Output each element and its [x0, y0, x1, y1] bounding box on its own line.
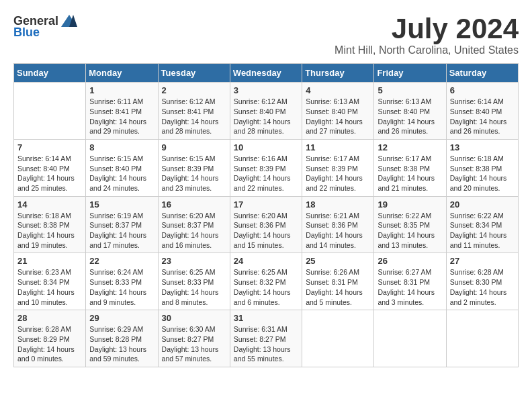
day-number: 3 [234, 85, 298, 95]
calendar-cell: 29Sunrise: 6:29 AM Sunset: 8:28 PM Dayli… [86, 310, 158, 367]
calendar-cell: 18Sunrise: 6:21 AM Sunset: 8:36 PM Dayli… [302, 196, 374, 253]
calendar-cell: 7Sunrise: 6:14 AM Sunset: 8:40 PM Daylig… [14, 139, 86, 196]
day-number: 8 [89, 142, 154, 152]
day-info: Sunrise: 6:20 AM Sunset: 8:37 PM Dayligh… [162, 211, 226, 250]
day-number: 2 [162, 85, 226, 95]
logo-icon [60, 13, 79, 28]
calendar-cell [14, 83, 86, 140]
calendar-week-row: 21Sunrise: 6:23 AM Sunset: 8:34 PM Dayli… [14, 253, 519, 310]
title-area: July 2024 Mint Hill, North Carolina, Uni… [335, 13, 519, 56]
day-info: Sunrise: 6:30 AM Sunset: 8:27 PM Dayligh… [162, 324, 226, 364]
header-tuesday: Tuesday [158, 64, 230, 83]
calendar-header-row: SundayMondayTuesdayWednesdayThursdayFrid… [14, 64, 519, 83]
day-number: 5 [378, 85, 442, 95]
day-number: 11 [306, 142, 370, 152]
day-number: 18 [306, 199, 370, 210]
calendar-cell: 28Sunrise: 6:28 AM Sunset: 8:29 PM Dayli… [14, 310, 86, 367]
day-info: Sunrise: 6:11 AM Sunset: 8:41 PM Dayligh… [89, 97, 154, 136]
day-number: 21 [17, 256, 82, 266]
calendar-week-row: 28Sunrise: 6:28 AM Sunset: 8:29 PM Dayli… [14, 310, 519, 367]
calendar-cell: 14Sunrise: 6:18 AM Sunset: 8:38 PM Dayli… [14, 196, 86, 253]
day-info: Sunrise: 6:17 AM Sunset: 8:38 PM Dayligh… [378, 154, 442, 193]
day-info: Sunrise: 6:28 AM Sunset: 8:30 PM Dayligh… [450, 267, 515, 307]
day-info: Sunrise: 6:28 AM Sunset: 8:29 PM Dayligh… [17, 324, 82, 364]
day-number: 10 [234, 142, 298, 152]
day-info: Sunrise: 6:25 AM Sunset: 8:33 PM Dayligh… [162, 267, 226, 307]
header-friday: Friday [374, 64, 446, 83]
header-thursday: Thursday [302, 64, 374, 83]
day-info: Sunrise: 6:26 AM Sunset: 8:31 PM Dayligh… [306, 267, 370, 307]
calendar-cell: 11Sunrise: 6:17 AM Sunset: 8:39 PM Dayli… [302, 139, 374, 196]
calendar-cell: 3Sunrise: 6:12 AM Sunset: 8:40 PM Daylig… [230, 83, 302, 140]
day-number: 26 [378, 256, 442, 266]
day-number: 17 [234, 199, 298, 210]
day-info: Sunrise: 6:22 AM Sunset: 8:35 PM Dayligh… [378, 211, 442, 250]
calendar-cell: 17Sunrise: 6:20 AM Sunset: 8:36 PM Dayli… [230, 196, 302, 253]
day-info: Sunrise: 6:13 AM Sunset: 8:40 PM Dayligh… [378, 97, 442, 136]
calendar-week-row: 1Sunrise: 6:11 AM Sunset: 8:41 PM Daylig… [14, 83, 519, 140]
day-info: Sunrise: 6:15 AM Sunset: 8:40 PM Dayligh… [89, 154, 154, 193]
day-number: 25 [306, 256, 370, 266]
calendar-cell: 27Sunrise: 6:28 AM Sunset: 8:30 PM Dayli… [446, 253, 518, 310]
calendar-cell: 19Sunrise: 6:22 AM Sunset: 8:35 PM Dayli… [374, 196, 446, 253]
calendar-cell: 24Sunrise: 6:25 AM Sunset: 8:32 PM Dayli… [230, 253, 302, 310]
calendar-cell: 4Sunrise: 6:13 AM Sunset: 8:40 PM Daylig… [302, 83, 374, 140]
calendar-cell: 30Sunrise: 6:30 AM Sunset: 8:27 PM Dayli… [158, 310, 230, 367]
logo: General Blue [13, 13, 79, 40]
day-number: 14 [17, 199, 82, 210]
header-saturday: Saturday [446, 64, 518, 83]
calendar-cell: 22Sunrise: 6:24 AM Sunset: 8:33 PM Dayli… [86, 253, 158, 310]
calendar-cell [446, 310, 518, 367]
day-info: Sunrise: 6:29 AM Sunset: 8:28 PM Dayligh… [89, 324, 154, 364]
calendar-cell: 9Sunrise: 6:15 AM Sunset: 8:39 PM Daylig… [158, 139, 230, 196]
calendar-cell: 10Sunrise: 6:16 AM Sunset: 8:39 PM Dayli… [230, 139, 302, 196]
day-info: Sunrise: 6:22 AM Sunset: 8:34 PM Dayligh… [450, 211, 515, 250]
header-wednesday: Wednesday [230, 64, 302, 83]
day-number: 6 [450, 85, 515, 95]
day-number: 20 [450, 199, 515, 210]
calendar-cell: 23Sunrise: 6:25 AM Sunset: 8:33 PM Dayli… [158, 253, 230, 310]
header-sunday: Sunday [14, 64, 86, 83]
day-number: 15 [89, 199, 154, 210]
calendar-cell: 6Sunrise: 6:14 AM Sunset: 8:40 PM Daylig… [446, 83, 518, 140]
day-info: Sunrise: 6:19 AM Sunset: 8:37 PM Dayligh… [89, 211, 154, 250]
day-number: 1 [89, 85, 154, 95]
day-info: Sunrise: 6:27 AM Sunset: 8:31 PM Dayligh… [378, 267, 442, 307]
calendar-cell: 12Sunrise: 6:17 AM Sunset: 8:38 PM Dayli… [374, 139, 446, 196]
day-number: 22 [89, 256, 154, 266]
calendar-week-row: 7Sunrise: 6:14 AM Sunset: 8:40 PM Daylig… [14, 139, 519, 196]
calendar-cell: 21Sunrise: 6:23 AM Sunset: 8:34 PM Dayli… [14, 253, 86, 310]
day-info: Sunrise: 6:14 AM Sunset: 8:40 PM Dayligh… [17, 154, 82, 193]
calendar-cell: 2Sunrise: 6:12 AM Sunset: 8:41 PM Daylig… [158, 83, 230, 140]
day-info: Sunrise: 6:31 AM Sunset: 8:27 PM Dayligh… [234, 324, 298, 364]
day-info: Sunrise: 6:18 AM Sunset: 8:38 PM Dayligh… [17, 211, 82, 250]
day-number: 29 [89, 313, 154, 323]
day-number: 19 [378, 199, 442, 210]
calendar-cell: 20Sunrise: 6:22 AM Sunset: 8:34 PM Dayli… [446, 196, 518, 253]
day-info: Sunrise: 6:12 AM Sunset: 8:41 PM Dayligh… [162, 97, 226, 136]
day-info: Sunrise: 6:12 AM Sunset: 8:40 PM Dayligh… [234, 97, 298, 136]
day-number: 24 [234, 256, 298, 266]
calendar-cell: 31Sunrise: 6:31 AM Sunset: 8:27 PM Dayli… [230, 310, 302, 367]
day-info: Sunrise: 6:20 AM Sunset: 8:36 PM Dayligh… [234, 211, 298, 250]
header: General Blue July 2024 Mint Hill, North … [13, 13, 519, 56]
day-number: 27 [450, 256, 515, 266]
day-info: Sunrise: 6:15 AM Sunset: 8:39 PM Dayligh… [162, 154, 226, 193]
calendar-cell: 16Sunrise: 6:20 AM Sunset: 8:37 PM Dayli… [158, 196, 230, 253]
day-number: 23 [162, 256, 226, 266]
day-number: 13 [450, 142, 515, 152]
header-monday: Monday [86, 64, 158, 83]
day-number: 12 [378, 142, 442, 152]
day-info: Sunrise: 6:24 AM Sunset: 8:33 PM Dayligh… [89, 267, 154, 307]
day-number: 7 [17, 142, 82, 152]
day-number: 31 [234, 313, 298, 323]
calendar-cell [374, 310, 446, 367]
calendar-cell: 15Sunrise: 6:19 AM Sunset: 8:37 PM Dayli… [86, 196, 158, 253]
calendar-cell: 5Sunrise: 6:13 AM Sunset: 8:40 PM Daylig… [374, 83, 446, 140]
day-info: Sunrise: 6:18 AM Sunset: 8:38 PM Dayligh… [450, 154, 515, 193]
calendar-week-row: 14Sunrise: 6:18 AM Sunset: 8:38 PM Dayli… [14, 196, 519, 253]
day-number: 4 [306, 85, 370, 95]
calendar-cell: 26Sunrise: 6:27 AM Sunset: 8:31 PM Dayli… [374, 253, 446, 310]
logo-blue-text: Blue [13, 26, 40, 40]
day-info: Sunrise: 6:16 AM Sunset: 8:39 PM Dayligh… [234, 154, 298, 193]
